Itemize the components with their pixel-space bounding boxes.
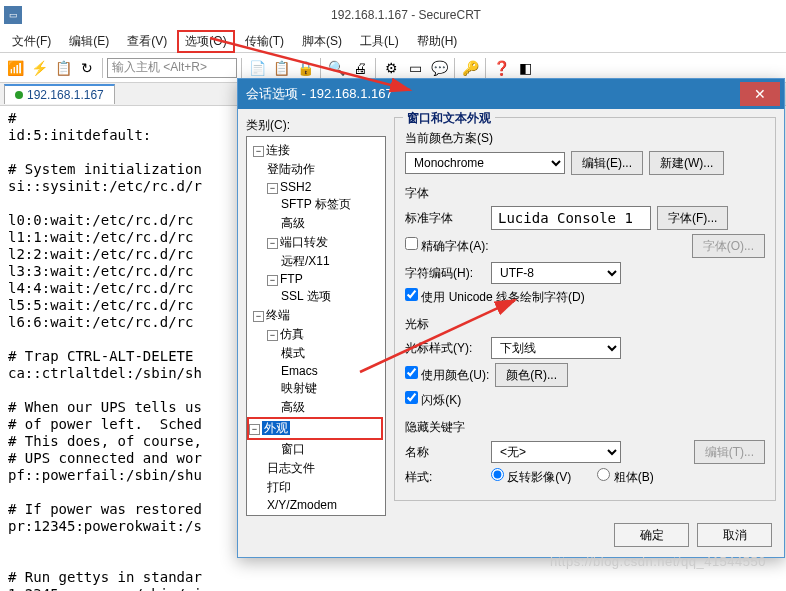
tree-mode[interactable]: 模式	[249, 344, 383, 363]
separator	[375, 58, 376, 78]
cancel-button[interactable]: 取消	[697, 523, 772, 547]
menu-tools[interactable]: 工具(L)	[352, 31, 407, 52]
tree-login[interactable]: 登陆动作	[249, 160, 383, 179]
color-button[interactable]: 颜色(R)...	[495, 363, 568, 387]
close-button[interactable]: ✕	[740, 82, 780, 106]
name-label: 名称	[405, 444, 485, 461]
tree-portfwd[interactable]: −端口转发	[249, 233, 383, 252]
category-tree[interactable]: −连接 登陆动作 −SSH2 SFTP 标签页 高级 −端口转发 远程/X11 …	[246, 136, 386, 516]
menu-help[interactable]: 帮助(H)	[409, 31, 466, 52]
tree-emulation[interactable]: −仿真	[249, 325, 383, 344]
font-button-2: 字体(O)...	[692, 234, 765, 258]
name-select[interactable]: <无>	[491, 441, 621, 463]
help-icon[interactable]: ❓	[490, 57, 512, 79]
tab-label: 192.168.1.167	[27, 88, 104, 102]
watermark: https://blog.csdn.net/qq_41544550	[550, 554, 766, 569]
exact-font-checkbox[interactable]	[405, 237, 418, 250]
paste-icon[interactable]: 📋	[270, 57, 292, 79]
session-options-dialog: 会话选项 - 192.168.1.167 ✕ 类别(C): −连接 登陆动作 −…	[237, 78, 785, 558]
encoding-label: 字符编码(H):	[405, 265, 485, 282]
reverse-label: 反转影像(V)	[507, 470, 571, 484]
unicode-line-label: 使用 Unicode 线条绘制字符(D)	[421, 290, 584, 304]
blink-label: 闪烁(K)	[421, 393, 461, 407]
tree-ftp[interactable]: −FTP	[249, 271, 383, 287]
edit-highlight-button: 编辑(T)...	[694, 440, 765, 464]
quick-connect-icon[interactable]: ⚡	[28, 57, 50, 79]
bold-radio[interactable]	[597, 468, 610, 481]
scheme-select[interactable]: Monochrome	[405, 152, 565, 174]
connect-icon[interactable]: 📶	[4, 57, 26, 79]
tree-connection[interactable]: −连接	[249, 141, 383, 160]
tree-mapkeys[interactable]: 映射键	[249, 379, 383, 398]
find-icon[interactable]: 🔍	[325, 57, 347, 79]
use-color-checkbox[interactable]	[405, 366, 418, 379]
menu-file[interactable]: 文件(F)	[4, 31, 59, 52]
lock-icon[interactable]: 🔒	[294, 57, 316, 79]
menubar: 文件(F) 编辑(E) 查看(V) 选项(O) 传输(T) 脚本(S) 工具(L…	[0, 30, 786, 52]
tree-window[interactable]: 窗口	[249, 440, 383, 459]
print-icon[interactable]: 🖨	[349, 57, 371, 79]
tree-xyzmodem[interactable]: X/Y/Zmodem	[249, 497, 383, 513]
new-scheme-button[interactable]: 新建(W)...	[649, 151, 724, 175]
tree-sftp-tab[interactable]: SFTP 标签页	[249, 195, 383, 214]
status-dot-icon	[15, 91, 23, 99]
tree-filetransfer[interactable]: −文件传输	[249, 513, 383, 516]
tree-print[interactable]: 打印	[249, 478, 383, 497]
tree-appearance[interactable]: −外观	[247, 417, 383, 440]
bold-label: 粗体(B)	[614, 470, 654, 484]
separator	[320, 58, 321, 78]
exact-font-label: 精确字体(A):	[421, 239, 488, 253]
normal-font-label: 标准字体	[405, 210, 485, 227]
tree-remote-x11[interactable]: 远程/X11	[249, 252, 383, 271]
dialog-title: 会话选项 - 192.168.1.167	[246, 85, 740, 103]
menu-edit[interactable]: 编辑(E)	[61, 31, 117, 52]
tree-emacs[interactable]: Emacs	[249, 363, 383, 379]
tree-logfile[interactable]: 日志文件	[249, 459, 383, 478]
separator	[102, 58, 103, 78]
panel-title: 窗口和文本外观	[403, 110, 495, 127]
menu-script[interactable]: 脚本(S)	[294, 31, 350, 52]
main-titlebar: ▭ 192.168.1.167 - SecureCRT	[0, 0, 786, 30]
copy-icon[interactable]: 📄	[246, 57, 268, 79]
cursor-style-select[interactable]: 下划线	[491, 337, 621, 359]
highlight-section-label: 隐藏关键字	[405, 419, 765, 436]
font-button[interactable]: 字体(F)...	[657, 206, 728, 230]
app-icon: ▭	[4, 6, 22, 24]
tree-advanced2[interactable]: 高级	[249, 398, 383, 417]
style-label: 样式:	[405, 469, 485, 486]
ok-button[interactable]: 确定	[614, 523, 689, 547]
font-section-label: 字体	[405, 185, 765, 202]
tree-ssh2[interactable]: −SSH2	[249, 179, 383, 195]
toggle-icon[interactable]: ◧	[514, 57, 536, 79]
category-label: 类别(C):	[246, 117, 386, 134]
separator	[485, 58, 486, 78]
unicode-line-checkbox[interactable]	[405, 288, 418, 301]
separator	[454, 58, 455, 78]
separator	[241, 58, 242, 78]
menu-view[interactable]: 查看(V)	[119, 31, 175, 52]
edit-scheme-button[interactable]: 编辑(E)...	[571, 151, 643, 175]
terminal-icon[interactable]: ▭	[404, 57, 426, 79]
tree-ssl[interactable]: SSL 选项	[249, 287, 383, 306]
menu-options[interactable]: 选项(O)	[177, 30, 234, 53]
cursor-style-label: 光标样式(Y):	[405, 340, 485, 357]
encoding-select[interactable]: UTF-8	[491, 262, 621, 284]
key-icon[interactable]: 🔑	[459, 57, 481, 79]
cursor-section-label: 光标	[405, 316, 765, 333]
window-title: 192.168.1.167 - SecureCRT	[30, 8, 782, 22]
font-display: Lucida Console 1	[491, 206, 651, 230]
dialog-titlebar: 会话选项 - 192.168.1.167 ✕	[238, 79, 784, 109]
reverse-radio[interactable]	[491, 468, 504, 481]
reconnect-icon[interactable]: ↻	[76, 57, 98, 79]
menu-transfer[interactable]: 传输(T)	[237, 31, 292, 52]
settings-icon[interactable]: ⚙	[380, 57, 402, 79]
use-color-label: 使用颜色(U):	[421, 368, 489, 382]
tree-terminal[interactable]: −终端	[249, 306, 383, 325]
chat-icon[interactable]: 💬	[428, 57, 450, 79]
session-tab[interactable]: 192.168.1.167	[4, 84, 115, 104]
scheme-label: 当前颜色方案(S)	[405, 130, 493, 147]
host-input[interactable]: 输入主机 <Alt+R>	[107, 58, 237, 78]
blink-checkbox[interactable]	[405, 391, 418, 404]
session-icon[interactable]: 📋	[52, 57, 74, 79]
tree-advanced[interactable]: 高级	[249, 214, 383, 233]
